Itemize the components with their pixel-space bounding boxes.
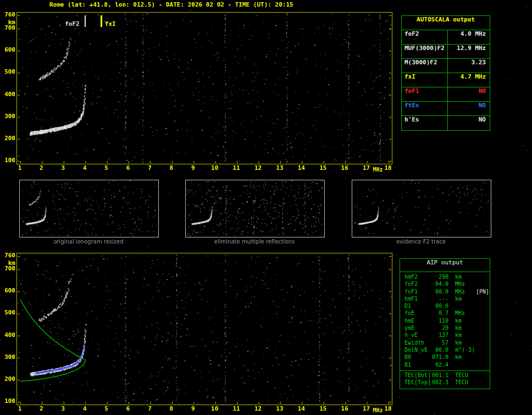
aip-row-unit: km	[455, 318, 475, 325]
autoscala-row: M(3000)F23.23	[402, 59, 490, 73]
thumbnail-canvas	[352, 180, 490, 236]
autoscala-row-label: M(3000)F2	[402, 59, 448, 73]
aip-row-value: 137	[432, 332, 448, 339]
aip-row-unit: km	[455, 274, 475, 281]
autoscala-row-value: NO	[448, 87, 490, 101]
x-tick-label: 6	[122, 405, 134, 412]
autoscala-row-value: 12.9 MHz	[448, 45, 490, 58]
x-tick-label: 18	[382, 164, 394, 171]
aip-row-label: Ewidth	[404, 340, 432, 347]
autoscala-row-label: MUF(3000)F2	[402, 45, 448, 58]
x-tick-label: 1	[14, 164, 26, 171]
autoscala-row-label: ftEs	[402, 102, 448, 115]
aip-row-value: 0.7	[432, 310, 448, 317]
aip-row-label: B0	[404, 354, 432, 361]
x-tick-label: 16	[339, 405, 351, 412]
fxI-frequency-marker-line	[101, 15, 102, 27]
y-tick-label: 100	[1, 397, 15, 405]
x-tick-label: 17	[361, 405, 373, 412]
autoscala-row-value: NO	[448, 102, 490, 115]
aip-row-label: D1	[404, 303, 432, 310]
aip-row-label: TEC[Top]	[404, 379, 432, 386]
x-tick-label: 14	[295, 405, 307, 412]
y-tick-label: 100	[1, 157, 15, 164]
aip-row-label: foE	[404, 310, 432, 317]
aip-row: hmE110km	[400, 318, 490, 325]
aip-row: DelN_vE00.0m^(-3)	[400, 347, 490, 354]
x-tick-label: 7	[143, 164, 156, 171]
aip-row-unit: MHz	[455, 289, 475, 296]
x-tick-label: 5	[101, 405, 113, 412]
thumbnail-canvas	[186, 180, 323, 236]
y-tick-label: 400	[1, 91, 15, 98]
y-tick-label: 200	[1, 375, 15, 383]
x-tick-label: 7	[143, 405, 156, 412]
aip-row-label: hmF2	[404, 274, 432, 281]
x-tick-label: 9	[187, 405, 199, 412]
aip-row-label: DelN_vE	[404, 347, 432, 354]
x-tick-label: 5	[101, 164, 113, 171]
x-tick-label: 12	[252, 405, 264, 412]
thumbnail-canvas	[20, 180, 157, 236]
x-tick-label: 8	[165, 405, 178, 412]
aip-row-value: 57	[432, 340, 448, 347]
autoscala-row-label: fxI	[402, 73, 448, 87]
aip-row-unit	[455, 303, 475, 310]
aip-row-label: hmE	[404, 318, 432, 325]
autoscala-row-label: foF2	[402, 30, 448, 44]
autoscala-row-label: foF1	[402, 87, 448, 101]
aip-row-unit: MHz	[455, 281, 475, 288]
thumbnail-caption: eliminate multiple reflections	[185, 239, 324, 245]
aip-row: TEC[Top]002.3TECU	[400, 379, 490, 386]
x-tick-label: 13	[274, 405, 286, 412]
aip-output-table: AIP output hmF2290kmfoF204.0MHzfoF100.0M…	[400, 258, 490, 389]
aip-tec-rows: TEC[Bot]001.1TECUTEC[Top]002.3TECU	[400, 370, 490, 387]
autoscala-row: fxI4.7 MHz	[402, 73, 490, 87]
foF2-marker-label: foF2	[65, 20, 80, 27]
x-tick-label: 10	[209, 164, 221, 171]
mhz-axis-unit-label: MHz	[373, 167, 383, 173]
x-tick-label: 3	[57, 164, 69, 171]
autoscala-row: ftEsNO	[402, 102, 490, 116]
aip-row-value: ---	[432, 296, 448, 303]
y-tick-label: 500	[1, 309, 15, 316]
x-tick-label: 11	[230, 164, 242, 171]
x-tick-label: 15	[317, 405, 329, 412]
station-date-header: Rome (lat: +41.8, lon: 012.5) - DATE: 20…	[49, 1, 293, 8]
y-tick-label: 200	[1, 135, 15, 142]
x-tick-label: 6	[122, 164, 134, 171]
aip-row-value: 110	[432, 318, 448, 325]
aip-row-unit: km	[455, 296, 475, 303]
y-tick-label: 760	[1, 11, 15, 18]
autoscala-row-value: NO	[448, 116, 490, 130]
thumbnail-caption: evidence F2 trace	[351, 239, 491, 245]
x-tick-label: 12	[252, 164, 264, 171]
scaled-ionogram-panel: foF2 fxI	[16, 12, 392, 164]
y-tick-label: 300	[1, 113, 15, 120]
aip-row: D100.0	[400, 303, 490, 310]
aip-row-unit: TECU	[455, 379, 475, 386]
y-tick-label: 300	[1, 353, 15, 361]
autoscala-row: foF1NO	[402, 87, 490, 102]
aip-row-label: hmF1	[404, 296, 432, 303]
profile-ionogram-canvas	[18, 254, 391, 404]
aip-row: hmF2290km	[400, 274, 490, 281]
autoscala-row-value: 4.7 MHz	[448, 73, 490, 87]
autoscala-output-table: AUTOSCALA output foF24.0 MHzMUF(3000)F21…	[401, 15, 490, 131]
y-tick-label: 400	[1, 331, 15, 339]
x-tick-label: 15	[317, 164, 329, 171]
aip-row-value: 002.3	[432, 379, 448, 386]
x-tick-label: 2	[35, 405, 47, 412]
thumbnail-caption: original ionogram resized	[19, 239, 158, 245]
y-tick-label: 760	[1, 252, 15, 259]
aip-row-value: 290	[432, 274, 448, 281]
scaled-ionogram-canvas	[18, 13, 391, 163]
aip-row-value: 02.4	[432, 362, 448, 369]
x-tick-label: 3	[57, 405, 69, 412]
x-tick-label: 10	[209, 405, 221, 412]
aip-row-unit: km	[455, 340, 475, 347]
aip-table-rows: hmF2290kmfoF204.0MHzfoF100.0MHz[PN]hmF1-…	[400, 274, 490, 369]
aip-row-unit: km	[455, 325, 475, 332]
aip-row-note: [PN]	[476, 289, 489, 296]
aip-row-label: B1	[404, 362, 432, 369]
